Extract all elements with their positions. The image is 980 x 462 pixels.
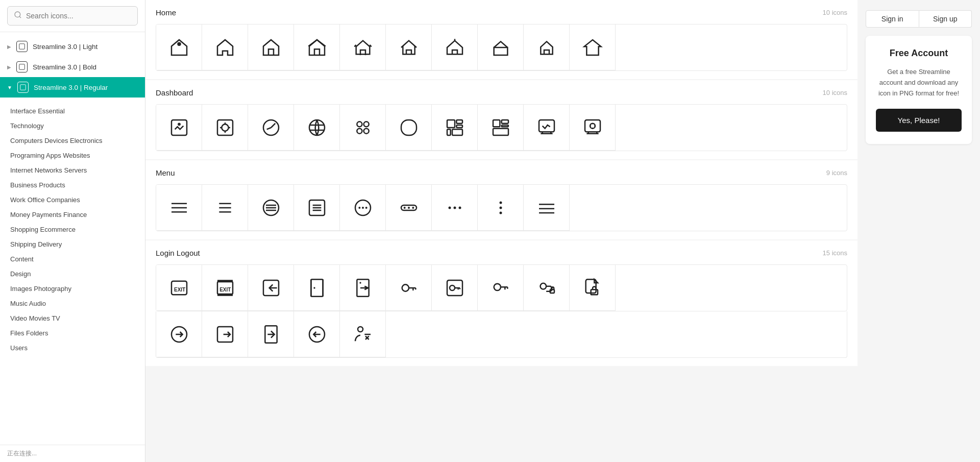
icon-logout-box[interactable] xyxy=(202,311,248,357)
sign-in-button[interactable]: Sign in xyxy=(866,10,919,28)
icon-dashboard-1[interactable] xyxy=(156,105,202,151)
iconset-light-icon xyxy=(16,41,28,52)
free-account-card: Free Account Get a free Streamline accou… xyxy=(866,36,972,144)
icon-key-1[interactable] xyxy=(386,265,432,311)
icon-menu-9[interactable] xyxy=(524,185,570,231)
icon-home-6[interactable] xyxy=(386,25,432,70)
svg-point-52 xyxy=(408,207,410,209)
svg-point-53 xyxy=(412,207,414,209)
svg-rect-21 xyxy=(456,120,462,124)
icon-home-10[interactable] xyxy=(570,25,616,70)
category-item[interactable]: Video Movies TV xyxy=(0,311,145,326)
iconset-bold-label: Streamline 3.0 | Bold xyxy=(33,63,96,71)
search-icon xyxy=(14,11,22,21)
svg-point-0 xyxy=(15,12,20,17)
search-input[interactable] xyxy=(26,12,131,20)
iconset-regular[interactable]: ▼ Streamline 3.0 | Regular xyxy=(0,77,145,98)
svg-text:EXIT: EXIT xyxy=(174,286,185,292)
svg-rect-2 xyxy=(19,44,25,50)
section-menu-title: Menu xyxy=(156,168,175,177)
icon-exit-1[interactable]: EXIT xyxy=(156,265,202,311)
svg-point-57 xyxy=(499,201,502,204)
category-item[interactable]: Users xyxy=(0,341,145,355)
category-item[interactable]: Files Folders xyxy=(0,326,145,341)
category-item[interactable]: Content xyxy=(0,252,145,266)
icon-file-lock[interactable] xyxy=(570,265,616,311)
category-item[interactable]: Images Photography xyxy=(0,281,145,296)
svg-point-58 xyxy=(499,206,502,209)
icon-key-2[interactable] xyxy=(432,265,478,311)
svg-rect-83 xyxy=(550,289,554,293)
icon-key-lock[interactable] xyxy=(524,265,570,311)
cta-button[interactable]: Yes, Please! xyxy=(876,109,962,132)
arrow-bold: ▶ xyxy=(7,64,11,70)
iconset-bold[interactable]: ▶ Streamline 3.0 | Bold xyxy=(0,57,145,77)
category-item[interactable]: Business Products xyxy=(0,178,145,192)
icon-menu-2[interactable] xyxy=(202,185,248,231)
icon-menu-6[interactable] xyxy=(386,185,432,231)
icon-dashboard-3[interactable] xyxy=(248,105,294,151)
icon-menu-5[interactable] xyxy=(340,185,386,231)
category-item[interactable]: Technology xyxy=(0,118,145,133)
icon-dashboard-5[interactable] xyxy=(340,105,386,151)
svg-rect-24 xyxy=(452,129,462,135)
category-item[interactable]: Money Payments Finance xyxy=(0,207,145,222)
icon-menu-4[interactable] xyxy=(294,185,340,231)
icon-home-1[interactable] xyxy=(156,25,202,70)
icon-exit-2[interactable]: EXIT xyxy=(202,265,248,311)
icon-login-circle[interactable] xyxy=(294,311,340,357)
svg-point-77 xyxy=(359,282,361,283)
icon-dashboard-10[interactable] xyxy=(570,105,616,151)
category-item[interactable]: Work Office Companies xyxy=(0,192,145,207)
svg-point-47 xyxy=(358,207,360,209)
icon-door-out[interactable] xyxy=(340,265,386,311)
sign-up-button[interactable]: Sign up xyxy=(919,10,972,28)
icon-dashboard-6[interactable] xyxy=(386,105,432,151)
icon-sets-list: ▶ Streamline 3.0 | Light ▶ Streamline 3.… xyxy=(0,32,145,102)
icon-person-logout[interactable] xyxy=(340,311,386,357)
icon-menu-8[interactable] xyxy=(478,185,524,231)
icon-dashboard-8[interactable] xyxy=(478,105,524,151)
svg-rect-19 xyxy=(401,120,416,135)
icon-dashboard-2[interactable] xyxy=(202,105,248,151)
icon-dashboard-7[interactable] xyxy=(432,105,478,151)
svg-rect-27 xyxy=(501,125,508,127)
icon-key-3[interactable] xyxy=(478,265,524,311)
arrow-regular: ▼ xyxy=(7,85,12,90)
dashboard-icons-grid xyxy=(156,104,847,151)
category-item[interactable]: Music Audio xyxy=(0,296,145,311)
category-item[interactable]: Computers Devices Electronics xyxy=(0,133,145,148)
category-item[interactable]: Interface Essential xyxy=(0,104,145,118)
category-item[interactable]: Shopping Ecommerce xyxy=(0,222,145,237)
svg-point-5 xyxy=(178,42,180,45)
svg-rect-26 xyxy=(501,120,508,124)
section-home-title: Home xyxy=(156,8,176,17)
icon-door-in[interactable] xyxy=(294,265,340,311)
category-item[interactable]: Programing Apps Websites xyxy=(0,148,145,163)
svg-point-78 xyxy=(402,284,408,291)
icon-menu-3[interactable] xyxy=(248,185,294,231)
icon-dashboard-9[interactable] xyxy=(524,105,570,151)
icon-login-arrow[interactable] xyxy=(248,265,294,311)
icon-home-5[interactable] xyxy=(340,25,386,70)
icon-home-9[interactable] xyxy=(524,25,570,70)
icon-home-3[interactable] xyxy=(248,25,294,70)
section-loginlogout: Login Logout 15 icons EXIT EXIT xyxy=(145,240,857,366)
svg-rect-30 xyxy=(585,120,600,132)
icon-home-7[interactable] xyxy=(432,25,478,70)
svg-point-59 xyxy=(499,211,502,214)
category-item[interactable]: Internet Networks Servers xyxy=(0,163,145,178)
category-item[interactable]: Design xyxy=(0,266,145,281)
section-menu-count: 9 icons xyxy=(826,169,847,177)
icon-menu-1[interactable] xyxy=(156,185,202,231)
icon-menu-7[interactable] xyxy=(432,185,478,231)
iconset-bold-icon xyxy=(16,61,28,72)
icon-logout-circle[interactable] xyxy=(156,311,202,357)
icon-home-8[interactable] xyxy=(478,25,524,70)
icon-dashboard-4[interactable] xyxy=(294,105,340,151)
icon-home-2[interactable] xyxy=(202,25,248,70)
iconset-light[interactable]: ▶ Streamline 3.0 | Light xyxy=(0,36,145,57)
icon-home-4[interactable] xyxy=(294,25,340,70)
category-item[interactable]: Shipping Delivery xyxy=(0,237,145,252)
icon-logout-door[interactable] xyxy=(248,311,294,357)
